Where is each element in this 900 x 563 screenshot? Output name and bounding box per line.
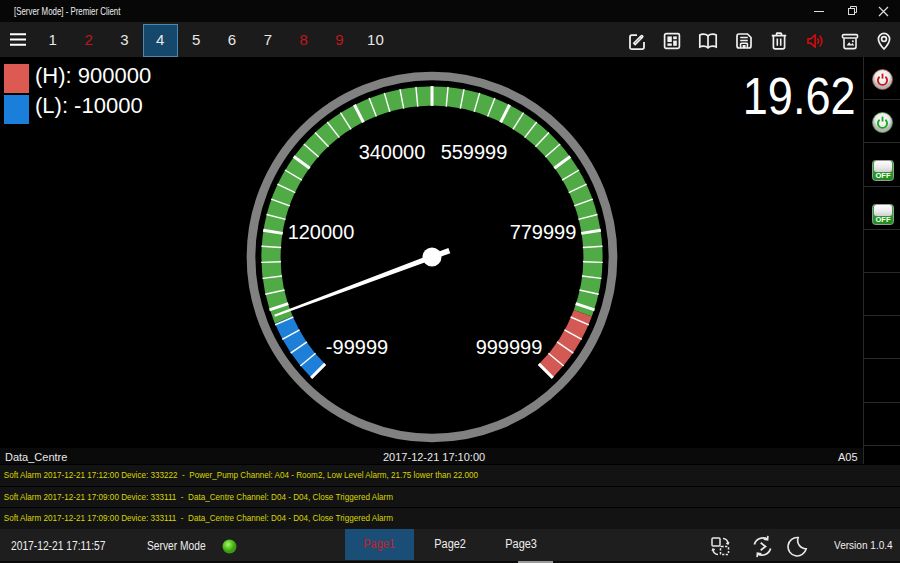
svg-text:OFF: OFF (876, 171, 891, 180)
svg-text:OFF: OFF (876, 215, 891, 224)
